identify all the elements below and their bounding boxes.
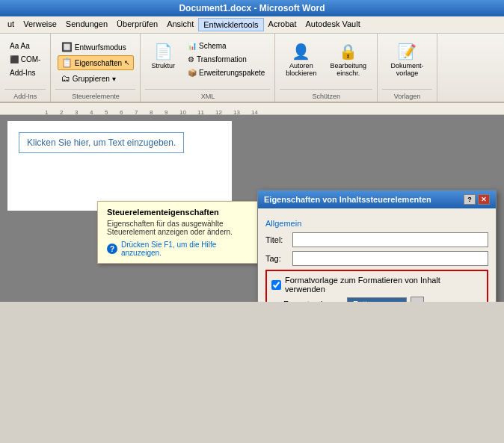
tooltip-description: Eigenschaften für das ausgewählte Steuer… <box>107 220 252 236</box>
dropdown-arrow-btn[interactable]: ▼ <box>411 297 424 302</box>
content-control[interactable]: Klicken Sie hier, um Text einzugeben. <box>19 132 184 153</box>
schema-btn[interactable]: 📊 Schema <box>184 40 268 52</box>
autoren-icon: 👤 <box>292 43 310 61</box>
bearbeitung-label: Bearbeitungeinschr. <box>330 62 366 77</box>
transformation-btn[interactable]: ⚙ Transformation <box>184 53 268 66</box>
gruppieren-btn[interactable]: 🗂 Gruppieren ▾ <box>58 71 134 86</box>
tooltip-title: Steuerelementeigenschaften <box>107 208 252 217</box>
titel-row: Titel: <box>265 232 488 247</box>
struktur-btn[interactable]: 📄 Struktur <box>147 40 179 72</box>
menu-item-ut[interactable]: ut <box>3 18 19 31</box>
addins-sub-label: Add-Ins <box>10 69 35 77</box>
formatvorlage-checkbox-label: Formatvorlage zum Formatieren von Inhalt… <box>285 276 482 294</box>
addins-col: Aa Aa ⬛ COM- Add-Ins <box>4 37 46 82</box>
addins-buttons: Aa Aa ⬛ COM- Add-Ins <box>4 37 46 89</box>
title-bar: Document1.docx - Microsoft Word <box>0 0 504 16</box>
transformation-icon: ⚙ <box>188 55 194 63</box>
menu-item-verweise[interactable]: Verweise <box>19 18 61 31</box>
erweiterungspakete-btn[interactable]: 📦 Erweiterungspakete <box>184 66 268 79</box>
entwurfsmodus-label: Entwurfsmodus <box>75 43 126 52</box>
com-addins-btn[interactable]: ⬛ COM- <box>6 53 44 66</box>
ribbon-group-vorlagen: 📝 Dokument-vorlage Vorlagen <box>378 34 437 102</box>
autoren-btn[interactable]: 👤 Autorenblockieren <box>281 40 321 80</box>
titel-input[interactable] <box>292 232 488 247</box>
dialog-help-btn[interactable]: ? <box>464 194 476 205</box>
transformation-label: Transformation <box>197 55 247 63</box>
schuetzen-col2: 🔒 Bearbeitungeinschr. <box>324 37 372 83</box>
vorlagen-col: 📝 Dokument-vorlage <box>384 37 429 83</box>
formatvorlage-dropdown-label: Formatvorlage: <box>283 300 343 302</box>
erweiterungspakete-label: Erweiterungspakete <box>199 69 265 77</box>
dokumentvorlage-label: Dokument-vorlage <box>390 62 423 77</box>
tag-row: Tag: <box>265 251 488 266</box>
struktur-icon: 📄 <box>154 43 173 61</box>
dialog-body: Allgemein Titel: Tag: Formatvorlage zum … <box>258 208 496 302</box>
dialog-title-bar: Eigenschaften von Inhaltssteuerelementen… <box>258 190 496 208</box>
formatvorlage-dropdown-row: Formatvorlage: Fett ▼ <box>283 297 482 302</box>
dokumentvorlage-icon: 📝 <box>398 43 417 61</box>
xml-right-col: 📊 Schema ⚙ Transformation 📦 Erweiterungs… <box>182 37 270 82</box>
vorlagen-group-label: Vorlagen <box>382 89 432 100</box>
tooltip-box: Steuerelementeigenschaften Eigenschaften… <box>97 201 262 264</box>
titel-label: Titel: <box>265 235 288 244</box>
com-label: ⬛ COM- <box>10 55 40 63</box>
menu-bar: ut Verweise Sendungen Überprüfen Ansicht… <box>0 16 504 34</box>
gruppieren-label: Gruppieren ▾ <box>73 75 116 83</box>
document-page: Klicken Sie hier, um Text einzugeben. <box>7 121 232 211</box>
ribbon-group-addins: Aa Aa ⬛ COM- Add-Ins Add-Ins <box>0 34 51 102</box>
ruler: 1 2 3 4 5 6 7 8 9 10 11 12 13 14 <box>0 103 504 115</box>
erweiterungspakete-icon: 📦 <box>188 69 197 77</box>
content-control-text: Klicken Sie hier, um Text einzugeben. <box>27 137 176 148</box>
title-text: Document1.docx - Microsoft Word <box>179 3 325 13</box>
entwurfsmodus-btn[interactable]: 🔲 Entwurfsmodus <box>58 40 134 55</box>
addins-sub-btn[interactable]: Add-Ins <box>6 66 44 79</box>
ribbon-group-steuerelemente: 🔲 Entwurfsmodus 📋 Eigenschaften ↖ 🗂 Grup… <box>51 34 141 102</box>
vorlagen-buttons: 📝 Dokument-vorlage <box>384 37 429 89</box>
tag-label: Tag: <box>265 254 288 263</box>
menu-item-acrobat[interactable]: Acrobat <box>264 18 301 31</box>
steuer-col: 🔲 Entwurfsmodus 📋 Eigenschaften ↖ 🗂 Grup… <box>56 37 135 89</box>
steuerelemente-group-label: Steuerelemente <box>55 89 135 100</box>
schema-icon: 📊 <box>188 42 197 50</box>
aa-label: Aa Aa <box>10 42 30 50</box>
formatvorlage-section: Formatvorlage zum Formatieren von Inhalt… <box>265 270 488 302</box>
bearbeitung-btn[interactable]: 🔒 Bearbeitungeinschr. <box>325 40 371 80</box>
menu-item-entwicklertools[interactable]: Entwicklertools <box>198 18 263 31</box>
steuer-buttons: 🔲 Entwurfsmodus 📋 Eigenschaften ↖ 🗂 Grup… <box>56 37 135 89</box>
dialog-title-text: Eigenschaften von Inhaltssteuerelementen <box>264 195 431 204</box>
autoren-label: Autorenblockieren <box>286 62 316 77</box>
dialog-close-btn[interactable]: ✕ <box>478 194 490 205</box>
menu-item-ansicht[interactable]: Ansicht <box>162 18 198 31</box>
ribbon: Aa Aa ⬛ COM- Add-Ins Add-Ins 🔲 Entwurfsm… <box>0 34 504 103</box>
dialog-title-buttons: ? ✕ <box>464 194 490 205</box>
addins-group-label: Add-Ins <box>4 89 46 100</box>
help-icon: ? <box>107 244 117 254</box>
xml-left-col: 📄 Struktur <box>145 37 181 75</box>
struktur-label: Struktur <box>151 62 175 69</box>
dokumentvorlage-btn[interactable]: 📝 Dokument-vorlage <box>386 40 428 80</box>
ribbon-group-schuetzen: 👤 Autorenblockieren 🔒 Bearbeitungeinschr… <box>275 34 378 102</box>
document-area: Klicken Sie hier, um Text einzugeben. St… <box>0 115 504 302</box>
allgemein-section-label: Allgemein <box>265 219 488 228</box>
xml-group-label: XML <box>145 89 270 100</box>
schuetzen-col: 👤 Autorenblockieren <box>280 37 322 83</box>
menu-item-ueberpruefen[interactable]: Überprüfen <box>112 18 162 31</box>
bearbeitung-icon: 🔒 <box>339 43 357 61</box>
eigenschaften-btn[interactable]: 📋 Eigenschaften ↖ <box>58 55 134 70</box>
formatvorlage-select[interactable]: Fett <box>347 297 407 302</box>
menu-item-sendungen[interactable]: Sendungen <box>61 18 112 31</box>
schuetzen-group-label: Schützen <box>280 89 372 100</box>
menu-item-autodesk[interactable]: Autodesk Vault <box>301 18 365 31</box>
schema-label: Schema <box>199 42 227 50</box>
schuetzen-buttons: 👤 Autorenblockieren 🔒 Bearbeitungeinschr… <box>280 37 372 89</box>
xml-buttons: 📄 Struktur 📊 Schema ⚙ Transformation 📦 E… <box>145 37 270 89</box>
tooltip-help: ? Drücken Sie F1, um die Hilfe anzuzeige… <box>107 241 252 257</box>
formatvorlage-checkbox-row: Formatvorlage zum Formatieren von Inhalt… <box>271 276 482 294</box>
eigenschaften-label: Eigenschaften <box>75 59 122 67</box>
aa-btn[interactable]: Aa Aa <box>6 40 44 52</box>
formatvorlage-checkbox[interactable] <box>271 280 281 290</box>
cursor-arrow: ↖ <box>124 59 130 66</box>
ribbon-group-xml: 📄 Struktur 📊 Schema ⚙ Transformation 📦 E… <box>141 34 275 102</box>
tag-input[interactable] <box>292 251 488 266</box>
properties-dialog: Eigenschaften von Inhaltssteuerelementen… <box>257 190 497 302</box>
